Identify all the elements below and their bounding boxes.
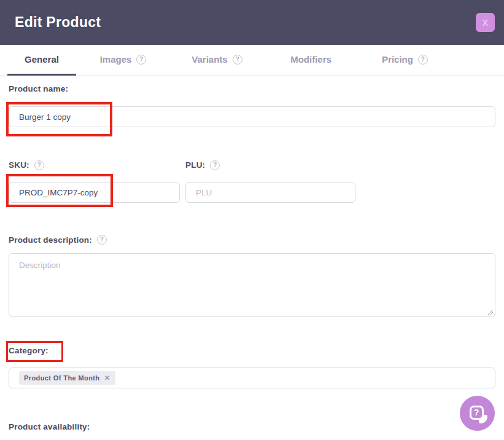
help-icon[interactable]: ? bbox=[136, 55, 146, 65]
sku-plu-row: SKU: ? PLU: ? bbox=[9, 159, 495, 203]
category-label: Category: bbox=[9, 346, 48, 355]
tab-variants[interactable]: Variants ? bbox=[170, 45, 264, 76]
sku-input[interactable] bbox=[9, 182, 180, 203]
sku-label: SKU: ? bbox=[9, 160, 44, 170]
plu-input[interactable] bbox=[185, 182, 355, 203]
sku-field-group: SKU: ? bbox=[9, 159, 180, 203]
plu-label-text: PLU: bbox=[185, 160, 205, 170]
category-tag: Product Of The Month ✕ bbox=[19, 371, 115, 385]
tab-modifiers[interactable]: Modifiers bbox=[264, 45, 358, 76]
help-icon[interactable]: ? bbox=[34, 160, 44, 170]
category-select-input[interactable]: Product Of The Month ✕ bbox=[9, 367, 495, 388]
tab-images[interactable]: Images ? bbox=[76, 45, 170, 76]
help-icon[interactable]: ? bbox=[233, 55, 242, 65]
help-icon[interactable]: ? bbox=[210, 160, 220, 170]
description-field-wrap bbox=[9, 253, 495, 317]
tab-pricing-label: Pricing bbox=[382, 54, 413, 65]
availability-label: Product availability: bbox=[9, 422, 90, 431]
question-glyph: ? bbox=[474, 407, 479, 417]
chat-bubble: ? bbox=[470, 406, 484, 420]
sku-label-text: SKU: bbox=[9, 160, 29, 170]
edit-product-modal: { "header": { "title": "Edit Product", "… bbox=[0, 0, 504, 440]
description-label-text: Product description: bbox=[9, 235, 92, 245]
tab-general-label: General bbox=[25, 54, 59, 65]
help-icon[interactable]: ? bbox=[418, 55, 428, 65]
plu-field-group: PLU: ? bbox=[185, 159, 355, 203]
category-tag-label: Product Of The Month bbox=[24, 374, 99, 382]
tab-pricing[interactable]: Pricing ? bbox=[358, 45, 452, 76]
tab-modifiers-label: Modifiers bbox=[290, 54, 331, 65]
remove-tag-icon[interactable]: ✕ bbox=[104, 374, 110, 382]
description-label: Product description: ? bbox=[9, 235, 107, 245]
tab-bar: General Images ? Variants ? Modifiers Pr… bbox=[0, 45, 504, 76]
description-textarea[interactable] bbox=[9, 253, 495, 317]
product-name-input[interactable] bbox=[9, 106, 495, 127]
modal-header: Edit Product X bbox=[0, 0, 504, 45]
product-name-label: Product name: bbox=[9, 84, 68, 93]
general-tab-panel: Product name: SKU: ? PLU: ? Product desc… bbox=[0, 76, 504, 432]
plu-label: PLU: ? bbox=[185, 160, 220, 170]
tab-images-label: Images bbox=[100, 54, 132, 65]
chat-question-icon: ? bbox=[470, 406, 486, 422]
modal-title: Edit Product bbox=[15, 14, 101, 31]
tab-general[interactable]: General bbox=[7, 45, 76, 76]
tab-variants-label: Variants bbox=[192, 54, 227, 65]
help-icon[interactable]: ? bbox=[97, 235, 107, 245]
close-icon[interactable]: X bbox=[476, 13, 495, 32]
support-chat-button[interactable]: ? bbox=[460, 396, 495, 431]
